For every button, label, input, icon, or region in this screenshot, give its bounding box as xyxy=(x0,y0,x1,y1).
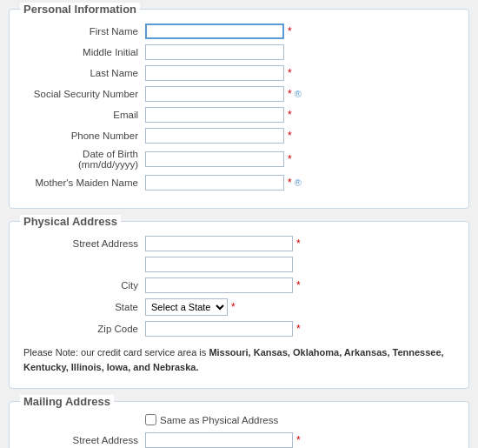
email-row: Email * xyxy=(23,105,455,123)
physical-state-label: State xyxy=(23,302,145,312)
email-required: * xyxy=(288,109,292,121)
phone-required: * xyxy=(288,130,292,142)
physical-street-row1: Street Address * xyxy=(23,234,455,251)
maiden-required: * xyxy=(288,177,292,189)
dob-input[interactable] xyxy=(145,151,284,167)
physical-street-row2 xyxy=(23,255,455,272)
physical-street-input1[interactable] xyxy=(145,236,293,251)
mailing-address-section: Mailing Address Same as Physical Address… xyxy=(9,401,469,448)
middle-initial-row: Middle Initial xyxy=(23,43,455,60)
last-name-required: * xyxy=(288,67,292,79)
first-name-input[interactable] xyxy=(145,23,284,39)
physical-state-select[interactable]: Select a State Arkansas Illinois Iowa Ka… xyxy=(145,298,228,316)
same-as-physical-row: Same as Physical Address xyxy=(23,414,455,425)
physical-state-required: * xyxy=(231,301,236,313)
physical-zip-required: * xyxy=(296,323,301,335)
ssn-required: * xyxy=(288,88,292,100)
phone-row: Phone Number * xyxy=(23,126,455,144)
physical-address-section: Physical Address Street Address * City *… xyxy=(9,221,469,389)
last-name-label: Last Name xyxy=(23,68,145,78)
physical-street-label: Street Address xyxy=(23,238,145,249)
physical-city-required: * xyxy=(296,279,301,291)
physical-city-row: City * xyxy=(23,276,455,293)
last-name-row: Last Name * xyxy=(23,64,455,81)
physical-city-input[interactable] xyxy=(145,277,293,293)
same-as-physical-label: Same as Physical Address xyxy=(160,415,278,425)
mailing-street-label: Street Address xyxy=(23,435,145,445)
ssn-label: Social Security Number xyxy=(23,89,145,99)
first-name-row: First Name * xyxy=(23,22,455,39)
first-name-required: * xyxy=(288,25,292,37)
dob-row: Date of Birth (mm/dd/yyyy) * xyxy=(23,147,455,170)
mailing-address-title: Mailing Address xyxy=(20,395,114,408)
personal-information-section: Personal Information First Name * Middle… xyxy=(9,9,469,209)
middle-initial-label: Middle Initial xyxy=(23,47,145,57)
email-label: Email xyxy=(23,110,145,120)
mailing-street-required: * xyxy=(296,434,301,446)
physical-zip-row: Zip Code * xyxy=(23,319,455,337)
dob-label: Date of Birth (mm/dd/yyyy) xyxy=(23,149,145,170)
physical-address-title: Physical Address xyxy=(20,215,121,228)
personal-information-title: Personal Information xyxy=(20,3,140,16)
maiden-info-icon: ® xyxy=(295,177,302,188)
same-as-physical-checkbox[interactable] xyxy=(145,414,156,425)
first-name-label: First Name xyxy=(23,26,145,37)
physical-street-input2[interactable] xyxy=(145,257,293,272)
dob-required: * xyxy=(288,153,292,165)
phone-input[interactable] xyxy=(145,128,284,144)
maiden-input[interactable] xyxy=(145,175,284,191)
physical-zip-label: Zip Code xyxy=(23,324,145,334)
service-area-note: Please Note: our credit card service are… xyxy=(23,345,455,374)
last-name-input[interactable] xyxy=(145,65,284,81)
maiden-row: Mother's Maiden Name * ® xyxy=(23,173,455,191)
physical-zip-input[interactable] xyxy=(145,321,293,337)
ssn-info-icon: ® xyxy=(295,89,302,99)
middle-initial-input[interactable] xyxy=(145,44,284,60)
mailing-street-row1: Street Address * xyxy=(23,431,455,448)
ssn-row: Social Security Number * ® xyxy=(23,84,455,102)
email-input[interactable] xyxy=(145,107,284,123)
physical-state-row: State Select a State Arkansas Illinois I… xyxy=(23,297,455,316)
ssn-input[interactable] xyxy=(145,86,284,102)
phone-label: Phone Number xyxy=(23,130,145,141)
mailing-street-input1[interactable] xyxy=(145,432,293,448)
physical-street-required: * xyxy=(296,237,301,250)
physical-city-label: City xyxy=(23,280,145,291)
maiden-label: Mother's Maiden Name xyxy=(23,177,145,188)
